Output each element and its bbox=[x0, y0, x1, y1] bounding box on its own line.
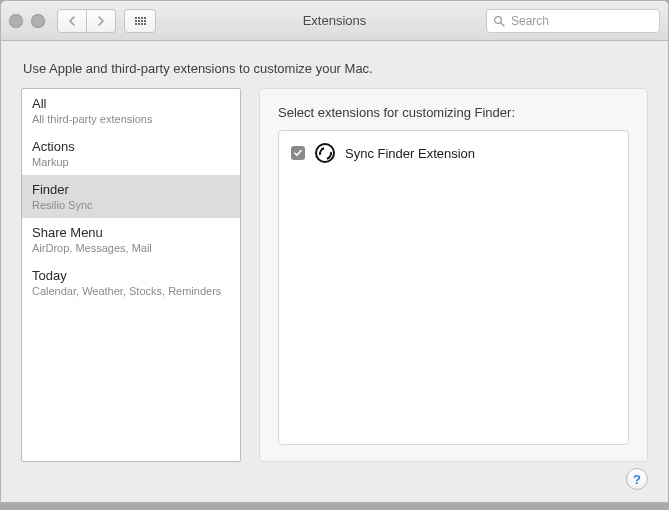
grid-icon bbox=[135, 17, 146, 25]
search-input[interactable] bbox=[509, 13, 653, 29]
category-sidebar: All All third-party extensions Actions M… bbox=[21, 88, 241, 462]
page-description: Use Apple and third-party extensions to … bbox=[23, 61, 646, 76]
sidebar-item-title: Today bbox=[32, 268, 230, 284]
chevron-right-icon bbox=[97, 16, 105, 26]
sidebar-item-subtitle: Resilio Sync bbox=[32, 199, 230, 212]
preferences-window: Extensions Use Apple and third-party ext… bbox=[0, 0, 669, 503]
chevron-left-icon bbox=[68, 16, 76, 26]
extension-list: Sync Finder Extension bbox=[278, 130, 629, 445]
forward-button[interactable] bbox=[87, 9, 116, 33]
columns: All All third-party extensions Actions M… bbox=[21, 88, 648, 462]
search-icon bbox=[493, 15, 505, 27]
extension-name: Sync Finder Extension bbox=[345, 146, 475, 161]
sidebar-item-finder[interactable]: Finder Resilio Sync bbox=[22, 175, 240, 218]
detail-panel: Select extensions for customizing Finder… bbox=[259, 88, 648, 462]
extension-row: Sync Finder Extension bbox=[291, 143, 616, 163]
search-field[interactable] bbox=[486, 9, 660, 33]
sidebar-item-title: Actions bbox=[32, 139, 230, 155]
nav-back-forward bbox=[57, 9, 116, 33]
svg-line-1 bbox=[501, 22, 504, 25]
help-icon: ? bbox=[633, 472, 641, 487]
sidebar-item-share-menu[interactable]: Share Menu AirDrop, Messages, Mail bbox=[22, 218, 240, 261]
sidebar-item-subtitle: Calendar, Weather, Stocks, Reminders bbox=[32, 285, 230, 298]
content-area: Use Apple and third-party extensions to … bbox=[1, 41, 668, 502]
checkmark-icon bbox=[293, 148, 303, 158]
resilio-sync-icon bbox=[315, 143, 335, 163]
titlebar: Extensions bbox=[1, 1, 668, 41]
sidebar-item-title: Share Menu bbox=[32, 225, 230, 241]
sidebar-item-subtitle: Markup bbox=[32, 156, 230, 169]
close-window-button[interactable] bbox=[9, 14, 23, 28]
sidebar-item-all[interactable]: All All third-party extensions bbox=[22, 89, 240, 132]
back-button[interactable] bbox=[57, 9, 87, 33]
show-all-button[interactable] bbox=[124, 9, 156, 33]
sidebar-item-subtitle: AirDrop, Messages, Mail bbox=[32, 242, 230, 255]
sidebar-item-title: Finder bbox=[32, 182, 230, 198]
sidebar-item-today[interactable]: Today Calendar, Weather, Stocks, Reminde… bbox=[22, 261, 240, 304]
minimize-window-button[interactable] bbox=[31, 14, 45, 28]
detail-heading: Select extensions for customizing Finder… bbox=[278, 105, 629, 120]
help-button[interactable]: ? bbox=[626, 468, 648, 490]
footer: ? bbox=[21, 462, 648, 490]
extension-checkbox[interactable] bbox=[291, 146, 305, 160]
sidebar-item-title: All bbox=[32, 96, 230, 112]
sidebar-item-actions[interactable]: Actions Markup bbox=[22, 132, 240, 175]
sidebar-item-subtitle: All third-party extensions bbox=[32, 113, 230, 126]
window-controls bbox=[9, 14, 45, 28]
